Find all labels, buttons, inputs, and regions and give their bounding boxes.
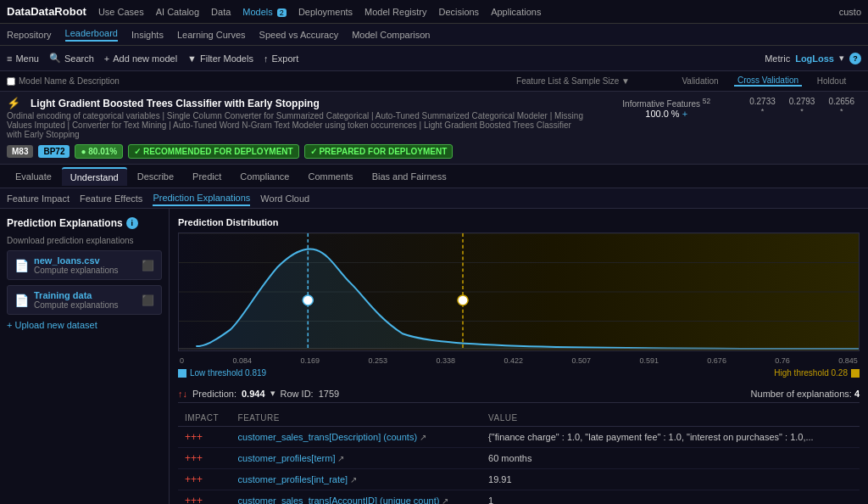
high-threshold: High threshold 0.28 <box>774 368 860 378</box>
left-panel: Prediction Explanations i Download predi… <box>0 209 170 504</box>
nav-applications[interactable]: Applications <box>491 7 541 17</box>
row-id-value: 1759 <box>319 389 339 399</box>
export-icon: ↑ <box>264 53 269 64</box>
tab-compliance[interactable]: Compliance <box>231 168 298 185</box>
badge-m83: M83 <box>7 145 33 158</box>
tab-insights[interactable]: Insights <box>131 30 164 40</box>
holdout-score: 0.2656 * <box>821 97 861 115</box>
nav-models[interactable]: Models 2 <box>242 7 287 17</box>
svg-point-8 <box>458 295 468 305</box>
sub-tab-prediction-explanations[interactable]: Prediction Explanations <box>153 191 250 206</box>
sub-tab-word-cloud[interactable]: Word Cloud <box>260 192 309 205</box>
add-features-button[interactable]: + <box>682 109 687 119</box>
cv-col-label[interactable]: Cross Validation <box>734 76 802 87</box>
impact-plus-icon: +++ <box>185 431 203 443</box>
prediction-label: Prediction: <box>192 389 236 399</box>
section-info-icon[interactable]: i <box>126 217 138 229</box>
logo: DataDataRobot <box>7 5 86 18</box>
tab-model-comparison[interactable]: Model Comparison <box>352 30 430 40</box>
feature-cell: customer_sales_trans[AccountID] (unique … <box>231 490 482 505</box>
low-threshold: Low threshold 0.819 <box>178 368 266 378</box>
dataset-sub-training: Compute explanations <box>34 300 119 310</box>
toolbar: ≡ Menu 🔍 Search + Add new model ▼ Filter… <box>0 46 868 71</box>
nav-deployments[interactable]: Deployments <box>298 7 353 17</box>
impact-cell: +++ <box>178 490 231 505</box>
tab-learning-curves[interactable]: Learning Curves <box>177 30 246 40</box>
chart-svg <box>179 233 859 350</box>
x-label-2: 0.169 <box>300 356 320 365</box>
filter-icon: ▼ <box>187 53 197 64</box>
feature-name[interactable]: customer_profiles[term] <box>238 453 336 463</box>
badge-prepared: ✓ PREPARED FOR DEPLOYMENT <box>304 144 453 159</box>
high-threshold-checkbox[interactable] <box>851 369 860 378</box>
x-label-7: 0.591 <box>639 356 659 365</box>
impact-header: IMPACT <box>178 410 231 427</box>
external-link-icon[interactable]: ↗ <box>442 496 448 504</box>
metric-dropdown-icon[interactable]: ▾ <box>839 53 844 64</box>
dataset-action-icon-training[interactable]: ⬛ <box>142 294 154 306</box>
tab-bias-fairness[interactable]: Bias and Fairness <box>364 168 455 185</box>
nav-data[interactable]: Data <box>211 7 231 17</box>
value-cell: 60 months <box>481 448 860 469</box>
feature-name[interactable]: customer_profiles[int_rate] <box>238 474 348 484</box>
x-label-5: 0.422 <box>504 356 523 365</box>
x-label-1: 0.084 <box>232 356 252 365</box>
feature-name[interactable]: customer_sales_trans[Description] (count… <box>238 432 418 442</box>
add-icon: + <box>104 53 109 64</box>
menu-button[interactable]: ≡ Menu <box>7 53 39 64</box>
upload-dataset-button[interactable]: + Upload new dataset <box>7 320 162 330</box>
external-link-icon[interactable]: ↗ <box>420 433 426 442</box>
row-id-label: Row ID: <box>281 389 314 399</box>
model-tab-bar: Evaluate Understand Describe Predict Com… <box>0 165 868 188</box>
x-label-6: 0.507 <box>571 356 591 365</box>
search-button[interactable]: 🔍 Search <box>49 53 94 64</box>
sub-tab-feature-effects[interactable]: Feature Effects <box>80 192 142 205</box>
tab-speed-accuracy[interactable]: Speed vs Accuracy <box>259 30 339 40</box>
nav-model-registry[interactable]: Model Registry <box>364 7 426 17</box>
feature-cell: customer_sales_trans[Description] (count… <box>231 427 482 448</box>
filter-button[interactable]: ▼ Filter Models <box>187 53 253 64</box>
dataset-item-new-loans[interactable]: 📄 new_loans.csv Compute explanations ⬛ <box>7 250 162 280</box>
add-model-label: Add new model <box>113 53 177 64</box>
feature-name[interactable]: customer_sales_trans[AccountID] (unique … <box>238 496 440 504</box>
sub-tab-feature-impact[interactable]: Feature Impact <box>7 192 70 205</box>
select-all-checkbox[interactable] <box>7 77 15 86</box>
metric-value[interactable]: LogLoss <box>795 53 834 64</box>
top-nav-items: Use Cases AI Catalog Data Models 2 Deplo… <box>98 7 542 17</box>
num-explanations-label: Number of explanations: <box>751 389 852 399</box>
model-row: ⚡ Light Gradient Boosted Trees Classifie… <box>0 92 868 165</box>
model-description: Ordinal encoding of categorical variable… <box>7 111 583 139</box>
low-threshold-checkbox[interactable] <box>178 369 186 378</box>
impact-cell: +++ <box>178 427 231 448</box>
dataset-action-icon-new-loans[interactable]: ⬛ <box>142 260 154 272</box>
tab-evaluate[interactable]: Evaluate <box>7 168 60 185</box>
metric-info-icon[interactable]: ? <box>849 53 861 64</box>
num-explanations-value: 4 <box>854 389 860 399</box>
metric-prefix-label: Metric <box>765 53 790 64</box>
impact-plus-icon: +++ <box>185 452 203 464</box>
right-panel: Prediction Distribution <box>170 209 868 504</box>
holdout-col-label: Holdout <box>802 76 861 86</box>
tab-understand[interactable]: Understand <box>62 167 127 186</box>
num-explanations: Number of explanations: 4 <box>751 389 860 399</box>
nav-ai-catalog[interactable]: AI Catalog <box>156 7 199 17</box>
feature-filter-icon[interactable]: ▼ <box>621 76 630 86</box>
dataset-item-training[interactable]: 📄 Training data Compute explanations ⬛ <box>7 285 162 315</box>
export-button[interactable]: ↑ Export <box>264 53 298 64</box>
second-nav: Repository Leaderboard Insights Learning… <box>0 24 868 46</box>
external-link-icon[interactable]: ↗ <box>350 475 357 484</box>
high-threshold-label: High threshold 0.28 <box>774 368 848 378</box>
tab-repository[interactable]: Repository <box>7 30 52 40</box>
table-row: +++ customer_sales_trans[Description] (c… <box>178 427 860 448</box>
nav-use-cases[interactable]: Use Cases <box>98 7 144 17</box>
sub-tab-bar: Feature Impact Feature Effects Predictio… <box>0 188 868 209</box>
prediction-dropdown[interactable]: ▾ <box>270 388 275 399</box>
nav-decisions[interactable]: Decisions <box>438 7 479 17</box>
add-model-button[interactable]: + Add new model <box>104 53 177 64</box>
tab-leaderboard[interactable]: Leaderboard <box>65 28 118 42</box>
external-link-icon[interactable]: ↗ <box>337 454 344 463</box>
tab-describe[interactable]: Describe <box>129 168 182 185</box>
file-icon-training: 📄 <box>14 294 29 307</box>
tab-predict[interactable]: Predict <box>184 168 230 185</box>
tab-comments[interactable]: Comments <box>299 168 361 185</box>
